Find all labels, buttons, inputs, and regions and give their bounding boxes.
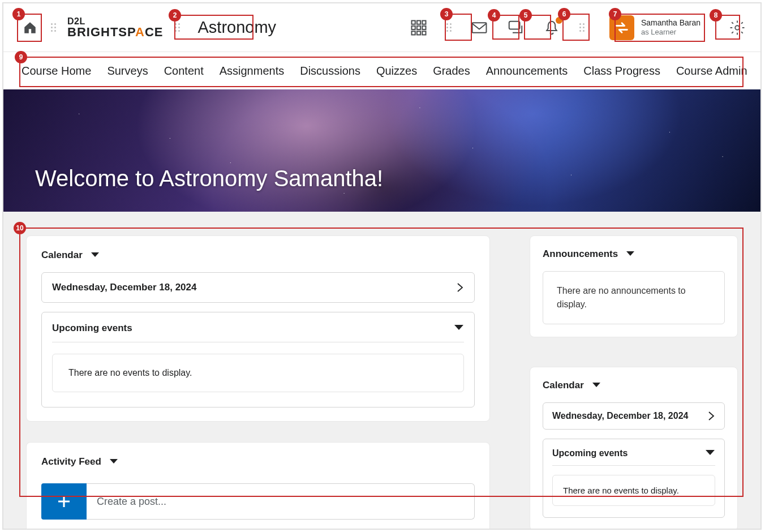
course-name[interactable]: Astronomy <box>198 18 277 37</box>
nav-grades[interactable]: Grades <box>433 65 470 78</box>
user-role-label: as Learner <box>641 28 700 37</box>
upcoming-events-box: Upcoming events There are no events to d… <box>41 312 475 407</box>
calendar-widget: Calendar Wednesday, December 18, 2024 Up… <box>26 235 490 422</box>
banner-title: Welcome to Astronomy Samantha! <box>35 166 383 191</box>
user-text: Samantha Baran as Learner <box>641 18 700 36</box>
svg-rect-4 <box>417 25 420 29</box>
annotation-marker: 2 <box>169 9 181 22</box>
create-post-placeholder: Create a post... <box>97 496 166 508</box>
calendar-side-upcoming-empty: There are no events to display. <box>552 475 715 506</box>
drag-handle-icon <box>446 23 452 32</box>
nav-content[interactable]: Content <box>164 65 204 78</box>
header-icons: Samantha Baran as Learner <box>409 15 747 40</box>
plus-icon <box>55 493 72 510</box>
svg-rect-5 <box>422 25 426 29</box>
upcoming-events-title: Upcoming events <box>52 323 132 334</box>
global-header: D2L BRIGHTSPACE Astronomy <box>3 3 760 52</box>
envelope-icon <box>471 19 488 36</box>
brightspace-logo[interactable]: D2L BRIGHTSPACE <box>67 17 164 38</box>
user-menu[interactable]: Samantha Baran as Learner <box>609 15 700 40</box>
announcements-menu[interactable] <box>626 248 635 260</box>
caret-down-icon <box>454 324 464 331</box>
nav-course-admin[interactable]: Course Admin <box>676 65 747 78</box>
calendar-side-upcoming-title: Upcoming events <box>552 448 628 458</box>
create-post-input[interactable]: Create a post... <box>87 483 475 520</box>
course-navbar: Course Home Surveys Content Assignments … <box>3 52 760 89</box>
home-button[interactable] <box>20 18 40 37</box>
gear-icon <box>729 19 746 36</box>
user-name-label: Samantha Baran <box>641 18 700 28</box>
annotation-marker: 6 <box>558 8 570 20</box>
chevron-right-icon <box>707 411 715 421</box>
calendar-side-date-row[interactable]: Wednesday, December 18, 2024 <box>543 402 725 430</box>
nav-course-home[interactable]: Course Home <box>22 65 91 78</box>
svg-rect-1 <box>417 20 420 24</box>
drag-handle-icon <box>51 23 56 32</box>
chevron-down-icon <box>109 458 118 465</box>
annotation-marker: 5 <box>519 9 532 22</box>
activity-feed-widget: Activity Feed Create a post... <box>26 442 490 530</box>
svg-point-11 <box>735 25 740 30</box>
create-post-button[interactable] <box>41 483 87 520</box>
calendar-widget-title: Calendar <box>41 250 83 261</box>
annotation-marker: 1 <box>12 8 25 20</box>
chevron-down-icon <box>592 381 601 388</box>
course-selector-button[interactable] <box>409 18 428 37</box>
nav-assignments[interactable]: Assignments <box>220 65 285 78</box>
annotation-marker: 3 <box>440 8 453 20</box>
upcoming-events-empty: There are no events to display. <box>52 354 464 392</box>
chevron-down-icon <box>91 251 100 258</box>
calendar-side-upcoming-box: Upcoming events There are no events to d… <box>543 439 725 518</box>
calendar-side-upcoming-toggle[interactable] <box>705 448 715 458</box>
upcoming-events-toggle[interactable] <box>454 323 464 334</box>
activity-feed-menu[interactable] <box>109 456 118 467</box>
grid-icon <box>410 19 427 36</box>
messages-button[interactable] <box>470 18 489 37</box>
drag-handle-icon <box>579 23 585 32</box>
calendar-date-row[interactable]: Wednesday, December 18, 2024 <box>41 272 475 303</box>
calendar-side-widget: Calendar Wednesday, December 18, 2024 Up… <box>530 367 738 530</box>
calendar-side-title: Calendar <box>543 380 584 391</box>
chat-icon <box>507 19 524 36</box>
chevron-right-icon <box>456 282 464 293</box>
chevron-down-icon <box>626 250 635 257</box>
nav-class-progress[interactable]: Class Progress <box>583 65 660 78</box>
annotation-marker: 8 <box>710 9 722 22</box>
nav-quizzes[interactable]: Quizzes <box>376 65 417 78</box>
calendar-side-date-label: Wednesday, December 18, 2024 <box>552 411 688 421</box>
caret-down-icon <box>705 449 715 456</box>
drag-handle-icon <box>175 23 180 32</box>
svg-rect-9 <box>472 23 486 33</box>
svg-rect-8 <box>422 31 426 35</box>
annotation-marker: 10 <box>14 222 26 234</box>
nav-surveys[interactable]: Surveys <box>107 65 148 78</box>
settings-button[interactable] <box>728 18 747 37</box>
home-icon <box>23 20 37 35</box>
update-alerts-button[interactable] <box>542 18 561 37</box>
course-banner: Welcome to Astronomy Samantha! <box>3 89 760 212</box>
homepage-content: Calendar Wednesday, December 18, 2024 Up… <box>3 212 760 530</box>
svg-rect-6 <box>411 31 415 35</box>
logo-bottom-text: BRIGHTSPACE <box>67 26 164 38</box>
announcements-empty: There are no announcements to display. <box>543 271 725 324</box>
announcements-title: Announcements <box>543 248 618 260</box>
annotation-marker: 9 <box>15 51 27 63</box>
calendar-widget-menu[interactable] <box>91 250 100 261</box>
svg-rect-7 <box>417 31 420 35</box>
svg-rect-2 <box>422 20 426 24</box>
svg-rect-10 <box>509 21 520 29</box>
annotation-marker: 7 <box>609 8 621 20</box>
svg-rect-0 <box>411 20 415 24</box>
calendar-date-label: Wednesday, December 18, 2024 <box>52 282 196 293</box>
nav-announcements[interactable]: Announcements <box>486 65 568 78</box>
annotation-marker: 4 <box>488 9 500 22</box>
announcements-widget: Announcements There are no announcements… <box>530 235 738 337</box>
role-switch-icon <box>614 20 630 36</box>
svg-rect-3 <box>411 25 415 29</box>
activity-feed-title: Activity Feed <box>41 456 101 467</box>
calendar-side-menu[interactable] <box>592 380 601 391</box>
nav-discussions[interactable]: Discussions <box>300 65 360 78</box>
